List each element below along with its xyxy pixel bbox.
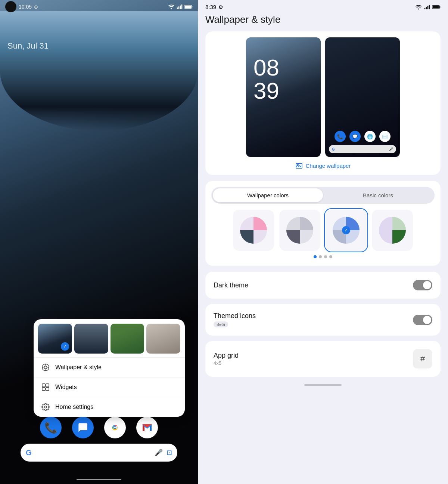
tab-wallpaper-colors[interactable]: Wallpaper colors [213,188,323,202]
app-grid-label-group: App grid 4x5 [214,352,239,366]
status-left-group: 10:05 ⊕ [5,1,38,12]
change-wallpaper-label: Change wallpaper [306,163,351,169]
svg-rect-15 [42,388,45,391]
themed-icons-label: Themed icons [214,312,256,320]
svg-rect-13 [42,384,45,387]
signal-icon [177,4,183,9]
preview-screens: 08 39 📞 💬 🌐 ✉️ G 🎤 [211,37,435,157]
color-swatches: ✓ [211,210,435,251]
gmail-app-icon[interactable] [136,417,158,438]
wallpaper-style-icon [41,363,50,372]
status-icons-right [168,4,193,9]
mic-icon[interactable]: 🎤 [155,448,163,457]
mini-phone: 📞 [335,131,346,142]
google-logo: G [26,448,32,457]
svg-point-17 [44,406,47,408]
phone-app-icon[interactable]: 📞 [40,417,62,438]
color-swatch-1[interactable] [233,210,274,251]
thumbnail-1[interactable]: ✓ [38,324,72,354]
svg-rect-3 [181,4,183,9]
svg-rect-22 [424,8,426,9]
svg-rect-6 [192,6,192,7]
lockscreen-minute: 39 [253,79,321,102]
svg-rect-27 [433,6,439,8]
menu-item-home-settings[interactable]: Home settings [34,397,185,417]
menu-item-wallpaper[interactable]: Wallpaper & style [34,357,185,377]
lockscreen-preview[interactable]: 08 39 [246,37,321,157]
selected-check: ✓ [61,342,69,351]
svg-rect-14 [46,384,49,387]
settings-icon: ⚙ [218,4,223,10]
app-grid-sub: 4x5 [214,360,239,366]
messages-app-icon[interactable] [72,417,94,438]
svg-point-8 [44,366,47,369]
dot-4 [329,255,332,258]
themed-icons-row: Themed icons Beta [205,304,441,336]
app-grid-icon: # [413,349,432,369]
mini-gmail: ✉️ [379,131,391,142]
right-content: Wallpaper & style 08 39 📞 💬 🌐 [198,14,448,401]
svg-rect-5 [185,6,191,8]
themed-icons-section: Themed icons Beta [205,304,441,336]
location-icon: ⊕ [34,4,38,10]
chrome-app-icon[interactable] [104,417,126,438]
svg-rect-2 [180,6,181,9]
svg-point-30 [297,164,298,166]
widgets-icon [41,383,50,392]
dark-theme-label: Dark theme [214,281,248,289]
menu-wallpaper-label: Wallpaper & style [55,364,102,371]
svg-rect-25 [429,5,430,9]
home-settings-icon [41,403,50,411]
status-bar-left: 10:05 ⊕ [0,0,198,13]
home-indicator-left [77,479,121,480]
svg-rect-24 [427,6,429,9]
homescreen-apps: 📞 💬 🌐 ✉️ [325,131,400,142]
thumbnail-2[interactable] [74,324,108,354]
color-tab-row: Wallpaper colors Basic colors [211,187,435,204]
thumbnail-4[interactable] [146,324,180,354]
svg-point-21 [114,427,116,428]
svg-rect-28 [439,6,440,7]
color-swatch-3[interactable]: ✓ [326,210,367,251]
svg-rect-0 [177,7,178,9]
change-wallpaper-icon [295,162,303,169]
date-label: Sun, Jul 31 [7,41,49,51]
mini-messages: 💬 [349,131,361,142]
menu-home-settings-label: Home settings [55,404,93,410]
app-grid-row[interactable]: App grid 4x5 # [205,341,441,377]
dark-theme-toggle[interactable] [413,280,432,290]
color-swatch-4[interactable] [372,210,413,251]
dot-2 [319,255,322,258]
lens-icon[interactable]: ⊡ [167,448,172,457]
menu-widgets-label: Widgets [55,384,77,391]
left-time: 10:05 [19,4,32,10]
right-signal-icon [424,4,430,10]
page-title: Wallpaper & style [205,14,441,25]
dot-1 [314,255,317,258]
app-grid-section: App grid 4x5 # [205,341,441,377]
status-bar-right: 8:39 ⚙ [198,0,448,14]
color-swatch-2[interactable] [279,210,320,251]
dark-theme-row: Dark theme [205,272,441,299]
homescreen-preview[interactable]: 📞 💬 🌐 ✉️ G 🎤 [325,37,400,157]
svg-rect-16 [46,388,49,391]
clock-dot [5,1,16,12]
dark-theme-label-group: Dark theme [214,281,248,289]
right-time: 8:39 [205,4,216,10]
tab-basic-colors[interactable]: Basic colors [323,188,433,202]
svg-rect-1 [178,6,180,9]
right-battery-icon [432,4,441,10]
dot-3 [324,255,327,258]
themed-icons-label-group: Themed icons Beta [214,312,256,327]
wallpaper-preview-card: 08 39 📞 💬 🌐 ✉️ G 🎤 [205,31,441,175]
home-indicator-right [304,384,342,386]
themed-icons-toggle[interactable] [413,315,432,325]
thumbnail-3[interactable] [111,324,144,354]
color-scheme-card: Wallpaper colors Basic colors [205,181,441,266]
wallpaper-thumbnails: ✓ [34,319,185,357]
menu-item-widgets[interactable]: Widgets [34,377,185,397]
svg-rect-23 [426,7,427,9]
search-bar-left[interactable]: G 🎤 ⊡ [21,444,177,462]
right-wifi-icon [415,4,422,10]
change-wallpaper-button[interactable]: Change wallpaper [211,162,435,169]
